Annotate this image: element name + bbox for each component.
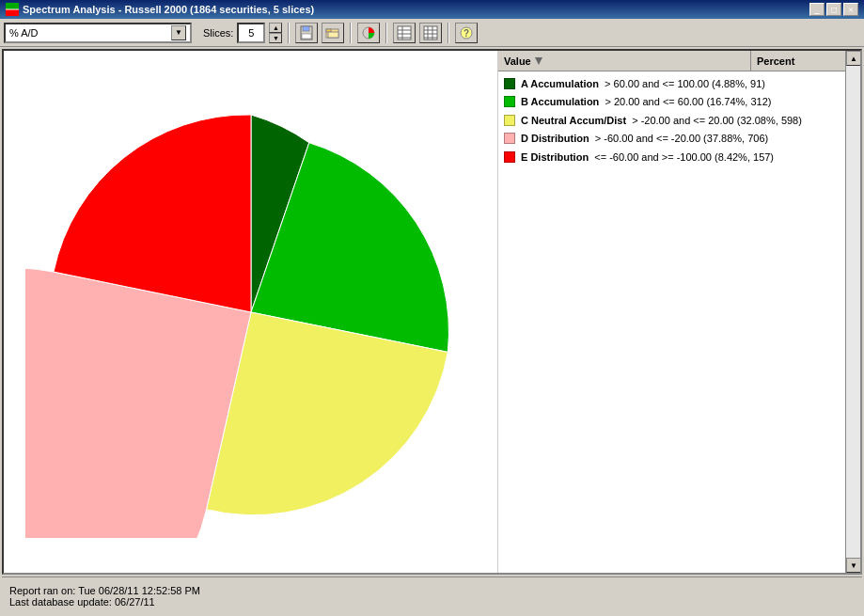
- sort-icon: [535, 57, 542, 65]
- chart-area: [4, 51, 497, 573]
- scroll-up-button[interactable]: ▲: [846, 51, 861, 66]
- close-button[interactable]: ✕: [843, 3, 858, 16]
- window-controls[interactable]: _ □ ✕: [809, 3, 858, 16]
- title-bar: Spectrum Analysis - Russell 2000 (1864 s…: [0, 0, 864, 19]
- legend-text-b: B Accumulation > 20.00 and <= 60.00 (16.…: [521, 95, 840, 109]
- save-button[interactable]: [295, 23, 318, 43]
- legend-text-a: A Accumulation > 60.00 and <= 100.00 (4.…: [521, 77, 840, 91]
- scroll-down-button[interactable]: ▼: [846, 558, 861, 573]
- list-item: B Accumulation > 20.00 and <= 60.00 (16.…: [498, 93, 845, 111]
- toolbar-separator-4: [448, 23, 449, 43]
- svg-rect-1: [6, 3, 19, 9]
- dropdown-value: % A/D: [9, 27, 171, 39]
- help-button[interactable]: ?: [455, 23, 478, 43]
- maximize-button[interactable]: □: [826, 3, 841, 16]
- legend-header-percent: Percent: [751, 51, 845, 71]
- svg-rect-5: [302, 34, 311, 39]
- minimize-button[interactable]: _: [809, 3, 825, 16]
- legend-text-c: C Neutral Accum/Dist > -20.00 and <= 20.…: [521, 114, 840, 128]
- indicator-dropdown[interactable]: % A/D ▼: [4, 23, 192, 43]
- legend-color-c: [504, 115, 515, 126]
- toolbar: % A/D ▼ Slices: 5 ▲ ▼: [0, 19, 864, 47]
- slices-input[interactable]: 5: [237, 23, 265, 43]
- legend-color-d: [504, 133, 515, 144]
- legend-header-value: Value: [498, 51, 751, 71]
- toolbar-separator-2: [350, 23, 352, 43]
- toolbar-separator-3: [385, 23, 387, 43]
- svg-marker-23: [535, 57, 542, 65]
- legend-color-a: [504, 78, 515, 89]
- scrollbar-track: [846, 66, 860, 558]
- dropdown-arrow-icon[interactable]: ▼: [171, 25, 186, 40]
- list-item: C Neutral Accum/Dist > -20.00 and <= 20.…: [498, 112, 845, 130]
- svg-rect-0: [6, 9, 19, 16]
- last-db-update-text: Last database update: 06/27/11: [9, 596, 855, 608]
- legend-header: Value Percent: [498, 51, 845, 71]
- grid-button[interactable]: [419, 23, 442, 43]
- toolbar-separator: [288, 23, 290, 43]
- spin-up-button[interactable]: ▲: [269, 23, 282, 33]
- table-button[interactable]: [393, 23, 416, 43]
- legend-rows: A Accumulation > 60.00 and <= 100.00 (4.…: [498, 71, 845, 573]
- slices-spinner[interactable]: ▲ ▼: [269, 23, 282, 43]
- app-icon: [6, 3, 19, 16]
- pie-chart-container: [25, 87, 477, 538]
- report-ran-text: Report ran on: Tue 06/28/11 12:52:58 PM: [9, 585, 855, 596]
- pie-chart: [25, 87, 477, 538]
- svg-rect-4: [303, 26, 309, 31]
- list-item: A Accumulation > 60.00 and <= 100.00 (4.…: [498, 75, 845, 93]
- svg-rect-8: [328, 32, 338, 38]
- slices-label: Slices:: [203, 27, 233, 39]
- legend-color-b: [504, 96, 515, 107]
- list-item: D Distribution > -60.00 and <= -20.00 (3…: [498, 130, 845, 148]
- scrollbar-vertical[interactable]: ▲ ▼: [845, 51, 860, 573]
- legend-area: Value Percent A Accumulation > 60.00 and…: [497, 51, 845, 573]
- legend-text-d: D Distribution > -60.00 and <= -20.00 (3…: [521, 132, 840, 146]
- legend-color-e: [504, 151, 515, 163]
- spin-down-button[interactable]: ▼: [269, 33, 282, 43]
- legend-text-e: E Distribution <= -60.00 and >= -100.00 …: [521, 150, 840, 165]
- list-item: E Distribution <= -60.00 and >= -100.00 …: [498, 149, 845, 166]
- chart-toggle-button[interactable]: [357, 23, 380, 43]
- window-title: Spectrum Analysis - Russell 2000 (1864 s…: [23, 4, 314, 15]
- open-button[interactable]: [322, 23, 344, 43]
- svg-text:?: ?: [463, 28, 469, 39]
